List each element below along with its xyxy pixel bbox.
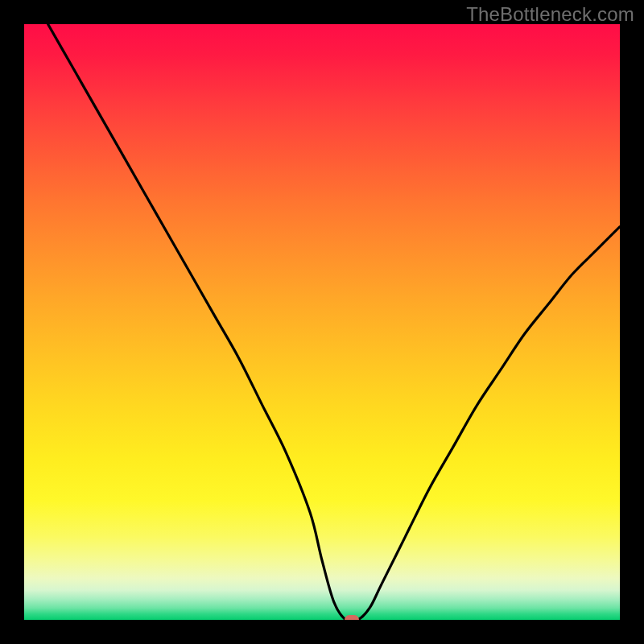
bottleneck-curve bbox=[24, 24, 620, 620]
plot-area bbox=[24, 24, 620, 620]
optimal-marker bbox=[345, 615, 359, 620]
chart-frame: TheBottleneck.com bbox=[0, 0, 644, 644]
curve-path bbox=[48, 24, 620, 620]
watermark-text: TheBottleneck.com bbox=[466, 3, 634, 26]
